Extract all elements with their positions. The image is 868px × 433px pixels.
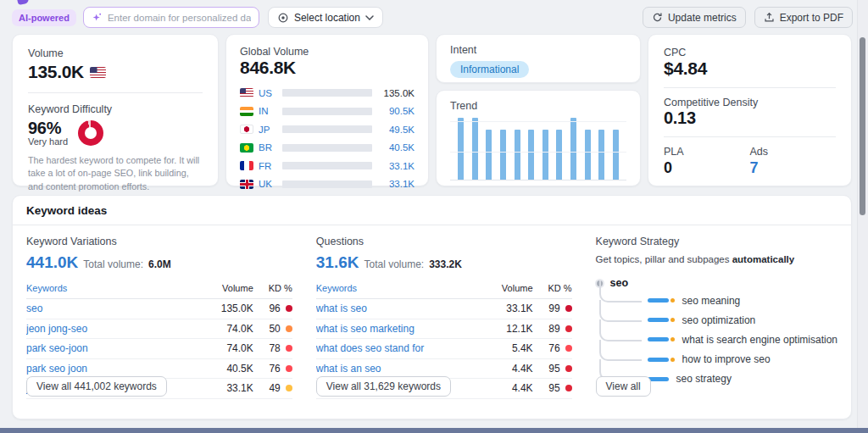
view-all-questions-button[interactable]: View all 31,629 keywords <box>316 376 451 397</box>
keyword-kd: 49 <box>253 382 292 394</box>
location-selector[interactable]: Select location <box>268 7 383 28</box>
update-metrics-label: Update metrics <box>668 12 737 24</box>
keyword-link[interactable]: what is seo marketing <box>316 323 489 335</box>
scrollbar-track[interactable] <box>857 0 868 433</box>
trend-bar <box>570 118 576 180</box>
country-flag-icon <box>240 125 253 134</box>
topic-link[interactable]: seo meaning <box>682 295 741 307</box>
view-all-variations-button[interactable]: View all 441,002 keywords <box>26 376 167 397</box>
pla-value: 0 <box>664 159 750 177</box>
intent-label: Intent <box>450 44 626 56</box>
keyword-link[interactable]: what is seo <box>316 303 489 314</box>
variations-count-link[interactable]: 441.0K <box>26 253 78 272</box>
kd-description: The hardest keyword to compete for. It w… <box>28 154 203 193</box>
keyword-kd: 95 <box>533 382 572 394</box>
volume-card: Volume 135.0K Keyword Difficulty 96% Ver… <box>12 34 219 186</box>
country-code-link[interactable]: UK <box>259 179 277 189</box>
trend-bar <box>542 130 548 180</box>
country-code-link[interactable]: BR <box>259 142 277 153</box>
gridline <box>450 152 626 153</box>
keyword-link[interactable]: park seo joon <box>26 363 209 375</box>
kd-dot <box>565 385 572 391</box>
table-row: jeon jong-seo 74.0K 50 <box>26 319 292 340</box>
view-all-strategy-button[interactable]: View all <box>596 376 651 397</box>
country-flag-icon <box>240 88 253 97</box>
volume-bar-track <box>282 180 372 188</box>
divider <box>28 92 203 93</box>
questions-column: Questions 31.6K Total volume: 333.2K Key… <box>316 236 572 410</box>
keyword-link[interactable]: seo <box>26 303 209 314</box>
questions-label: Questions <box>316 236 572 247</box>
refresh-icon <box>652 12 663 23</box>
country-flag-icon <box>240 180 253 189</box>
topic-tip-icon <box>670 358 675 362</box>
table-header-row: Keywords Volume KD % <box>316 283 572 299</box>
country-flag-icon <box>240 107 253 116</box>
topic-bar-icon <box>648 318 669 322</box>
domain-input[interactable] <box>108 13 251 23</box>
export-pdf-button[interactable]: Export to PDF <box>754 7 853 28</box>
country-volume-row: JP 49.5K <box>240 120 415 139</box>
topbar: AI-powered Select location Update metric… <box>12 7 853 28</box>
keyword-strategy-subtitle: Get topics, pillar and subpages automati… <box>596 254 837 264</box>
volume-column-header: Volume <box>209 283 253 293</box>
keyword-ideas-panel: Keyword ideas Keyword Variations 441.0K … <box>12 195 852 419</box>
table-row: seo 135.0K 96 <box>26 299 292 319</box>
keywords-column-header: Keywords <box>316 283 489 293</box>
country-flag-icon <box>240 161 253 170</box>
country-flag-icon <box>240 143 253 153</box>
kd-dot <box>565 325 572 332</box>
questions-count-link[interactable]: 31.6K <box>316 253 359 272</box>
keyword-link[interactable]: park seo-joon <box>26 342 209 354</box>
volume-bar-track <box>282 108 372 115</box>
keyword-link[interactable]: jeon jong-seo <box>26 323 209 335</box>
topic-bar-icon <box>648 358 669 362</box>
kd-dot <box>565 305 572 312</box>
divider <box>664 87 836 88</box>
scrollbar-thumb[interactable] <box>860 37 865 215</box>
country-volume-value: 135.0K <box>377 88 415 98</box>
country-volume-row: FR 33.1K <box>240 157 415 175</box>
keyword-volume: 74.0K <box>209 342 253 354</box>
intent-badge[interactable]: Informational <box>450 61 529 78</box>
country-code-link[interactable]: US <box>259 88 277 98</box>
divider <box>664 136 836 137</box>
keyword-variations-label: Keyword Variations <box>26 236 292 247</box>
country-code-link[interactable]: FR <box>259 161 277 171</box>
keyword-strategy-column: Keyword Strategy Get topics, pillar and … <box>596 236 837 410</box>
topic-link[interactable]: how to improve seo <box>682 353 771 365</box>
keyword-kd: 50 <box>253 323 292 335</box>
update-metrics-button[interactable]: Update metrics <box>643 7 746 28</box>
strategy-tree: seo seo meaning seo opti <box>596 277 837 389</box>
country-volume-value: 33.1K <box>377 179 415 189</box>
global-volume-label: Global Volume <box>240 46 415 58</box>
total-volume-value: 333.2K <box>429 258 462 270</box>
country-volume-value: 49.5K <box>377 125 415 135</box>
ads-value-link[interactable]: 7 <box>750 159 837 177</box>
trend-bar <box>528 130 534 180</box>
country-code-link[interactable]: JP <box>259 125 277 135</box>
keyword-kd: 96 <box>253 303 292 314</box>
volume-column-header: Volume <box>489 283 533 293</box>
topic-link[interactable]: seo strategy <box>676 373 732 385</box>
domain-input-wrapper[interactable] <box>83 7 259 28</box>
bottom-edge-strip <box>0 428 868 433</box>
volume-label: Volume <box>28 47 203 59</box>
topic-link[interactable]: seo optimization <box>682 314 756 326</box>
trend-bar <box>500 130 506 180</box>
keyword-volume: 12.1K <box>489 323 533 335</box>
keyword-kd: 89 <box>533 323 572 335</box>
keyword-link[interactable]: what is an seo <box>316 363 489 375</box>
keyword-kd: 95 <box>533 363 572 375</box>
keyword-variations-column: Keyword Variations 441.0K Total volume: … <box>26 236 292 410</box>
topic-link[interactable]: what is search engine optimisation <box>682 334 837 346</box>
keyword-link[interactable]: what does seo stand for <box>316 342 489 354</box>
trend-bar <box>556 130 562 180</box>
cpc-label: CPC <box>664 47 836 58</box>
trend-bar <box>613 130 619 180</box>
country-code-link[interactable]: IN <box>259 106 277 116</box>
total-volume-value: 6.0M <box>148 258 171 270</box>
topic-tip-icon <box>670 298 675 303</box>
keyword-volume: 135.0K <box>209 303 253 314</box>
country-volume-value: 40.5K <box>377 142 415 153</box>
